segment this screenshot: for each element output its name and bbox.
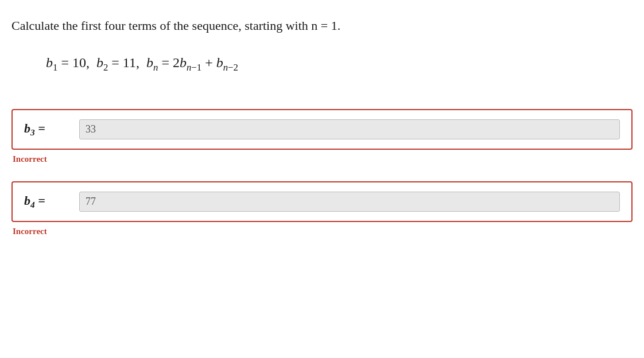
formula-display: b1 = 10, b2 = 11, bn = 2bn−1 + bn−2 — [46, 52, 633, 75]
b4-label: b4 = — [24, 193, 70, 210]
problem-container: Calculate the first four terms of the se… — [11, 17, 633, 236]
b3-answer-block: b3 = — [11, 109, 633, 150]
b3-section: b3 = Incorrect — [11, 109, 633, 164]
b3-input[interactable] — [79, 119, 620, 139]
b3-incorrect-label: Incorrect — [13, 154, 633, 164]
b3-label: b3 = — [24, 121, 70, 138]
b4-answer-block: b4 = — [11, 181, 633, 222]
b4-incorrect-label: Incorrect — [13, 227, 633, 236]
b4-section: b4 = Incorrect — [11, 181, 633, 236]
b4-input[interactable] — [79, 192, 620, 212]
problem-statement: Calculate the first four terms of the se… — [11, 17, 633, 35]
